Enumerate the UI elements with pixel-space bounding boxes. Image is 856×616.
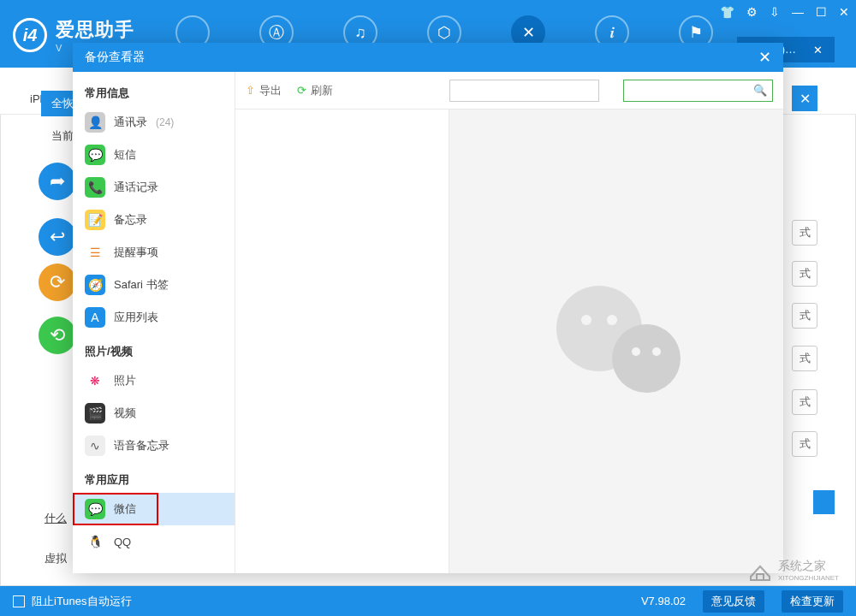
svg-point-4	[632, 347, 640, 356]
sidebar-item-sms[interactable]: 💬短信	[73, 139, 235, 171]
modal-toolbar: ⇧ 导出 ⟳ 刷新 🔍	[235, 72, 783, 110]
bg-virtual-label: 虚拟	[45, 551, 67, 566]
voice-icon: ∿	[85, 435, 105, 456]
export-button[interactable]: ⇧ 导出	[246, 83, 282, 98]
sidebar-item-label: 提醒事项	[114, 245, 158, 260]
modal-close-icon[interactable]: ✕	[758, 48, 771, 67]
sidebar-item-label: 通话记录	[114, 180, 158, 195]
side-sync-button[interactable]: ⟳	[39, 264, 76, 301]
bg-pill-6[interactable]: 式	[792, 431, 817, 457]
side-restore-button[interactable]: ⟲	[39, 317, 76, 354]
status-tab-close-icon[interactable]: ✕	[813, 44, 823, 56]
content-list-column	[235, 110, 449, 573]
bg-pill-1[interactable]: 式	[792, 220, 817, 246]
modal-sidebar: 常用信息👤通讯录(24)💬短信📞通话记录📝备忘录☰提醒事项🧭Safari 书签A…	[73, 72, 235, 573]
svg-point-3	[612, 324, 681, 393]
sidebar-item-label: 短信	[114, 147, 136, 163]
export-icon: ⇧	[246, 84, 255, 97]
sidebar-item-notes[interactable]: 📝备忘录	[73, 204, 235, 236]
reminders-icon: ☰	[85, 242, 105, 263]
search-icon: 🔍	[753, 84, 767, 97]
search-input-1[interactable]	[449, 80, 599, 102]
watermark-text: 系统之家	[778, 559, 839, 574]
sidebar-item-wechat[interactable]: 💬微信	[73, 493, 235, 525]
bg-what-link[interactable]: 什么	[45, 511, 67, 526]
sidebar-item-qq[interactable]: 🐧QQ	[73, 525, 235, 558]
calls-icon: 📞	[85, 177, 105, 198]
window-controls: 👕 ⚙ ⇩ — ☐ ✕	[720, 5, 849, 19]
bg-blue-strip	[813, 490, 835, 514]
apps-icon: A	[85, 307, 105, 328]
refresh-button[interactable]: ⟳ 刷新	[297, 83, 333, 98]
check-update-button[interactable]: 检查更新	[782, 590, 843, 613]
watermark: 系统之家 XITONGZHIJIANET	[747, 559, 839, 582]
gear-icon[interactable]: ⚙	[746, 5, 758, 19]
logo-icon: i4	[13, 18, 47, 52]
sms-icon: 💬	[85, 145, 105, 165]
safari-icon: 🧭	[85, 275, 105, 295]
side-reply-button[interactable]: ↩	[39, 218, 76, 256]
sidebar-item-label: 照片	[114, 373, 136, 388]
watermark-sub: XITONGZHIJIANET	[778, 574, 839, 582]
svg-point-5	[652, 347, 661, 356]
videos-icon: 🎬	[85, 403, 105, 424]
side-share-button[interactable]: ➦	[39, 163, 76, 200]
bg-pill-4[interactable]: 式	[792, 346, 817, 371]
modal-content	[235, 110, 783, 573]
notes-icon: 📝	[85, 210, 105, 230]
maximize-icon[interactable]: ☐	[816, 5, 827, 19]
sidebar-group-header: 常用信息	[73, 75, 235, 106]
sidebar-item-label: 语音备忘录	[114, 438, 169, 453]
bg-current-label: 当前	[51, 128, 74, 144]
sidebar-item-contacts[interactable]: 👤通讯录(24)	[73, 106, 235, 139]
contacts-icon: 👤	[85, 112, 105, 133]
sidebar-item-label: Safari 书签	[114, 277, 169, 293]
sidebar-item-apps[interactable]: A应用列表	[73, 301, 235, 334]
search-input-2[interactable]: 🔍	[623, 80, 773, 102]
refresh-label: 刷新	[311, 83, 333, 98]
refresh-icon: ⟳	[297, 84, 306, 97]
photos-icon: ❋	[85, 370, 105, 391]
sidebar-item-photos[interactable]: ❋照片	[73, 364, 235, 397]
modal-title-text: 备份查看器	[85, 50, 145, 65]
sidebar-item-label: 视频	[114, 406, 136, 421]
sidebar-group-header: 照片/视频	[73, 334, 235, 364]
sidebar-group-header: 常用应用	[73, 462, 235, 493]
sidebar-item-count: (24)	[156, 116, 174, 128]
export-label: 导出	[259, 83, 282, 98]
sidebar-item-safari[interactable]: 🧭Safari 书签	[73, 269, 235, 301]
sidebar-item-calls[interactable]: 📞通话记录	[73, 171, 235, 204]
modal-main: ⇧ 导出 ⟳ 刷新 🔍	[235, 72, 783, 573]
svg-point-1	[581, 315, 591, 325]
wechat-icon: 💬	[85, 499, 105, 519]
block-itunes-label: 阻止iTunes自动运行	[32, 594, 132, 609]
sidebar-item-label: 微信	[114, 501, 136, 517]
sidebar-item-videos[interactable]: 🎬视频	[73, 397, 235, 429]
sidebar-item-label: 备忘录	[114, 212, 147, 228]
download-icon[interactable]: ⇩	[770, 5, 780, 19]
sidebar-item-voice[interactable]: ∿语音备忘录	[73, 429, 235, 462]
content-preview-column	[449, 110, 783, 573]
backup-viewer-modal: 备份查看器 ✕ 常用信息👤通讯录(24)💬短信📞通话记录📝备忘录☰提醒事项🧭Sa…	[73, 43, 783, 573]
sidebar-item-reminders[interactable]: ☰提醒事项	[73, 236, 235, 269]
bg-pill-3[interactable]: 式	[792, 303, 817, 329]
modal-titlebar[interactable]: 备份查看器 ✕	[73, 43, 783, 72]
bg-pill-2[interactable]: 式	[792, 261, 817, 287]
svg-point-2	[607, 315, 617, 325]
sidebar-item-label: 通讯录	[114, 115, 147, 130]
sidebar-item-label: 应用列表	[114, 310, 158, 325]
block-itunes-checkbox[interactable]	[13, 595, 25, 607]
feedback-button[interactable]: 意见反馈	[703, 590, 764, 613]
shirt-icon[interactable]: 👕	[720, 5, 734, 19]
brand-name: 爱思助手	[56, 17, 134, 43]
version-label: V7.98.02	[641, 595, 686, 607]
sidebar-item-label: QQ	[114, 536, 131, 548]
app-footer: 阻止iTunes自动运行 V7.98.02 意见反馈 检查更新	[0, 586, 856, 616]
close-icon[interactable]: ✕	[839, 5, 849, 19]
bg-dialog-close[interactable]: ✕	[792, 86, 817, 111]
wechat-placeholder-icon	[539, 273, 693, 410]
bg-pill-5[interactable]: 式	[792, 389, 817, 415]
minimize-icon[interactable]: —	[792, 5, 804, 19]
qq-icon: 🐧	[85, 531, 105, 552]
